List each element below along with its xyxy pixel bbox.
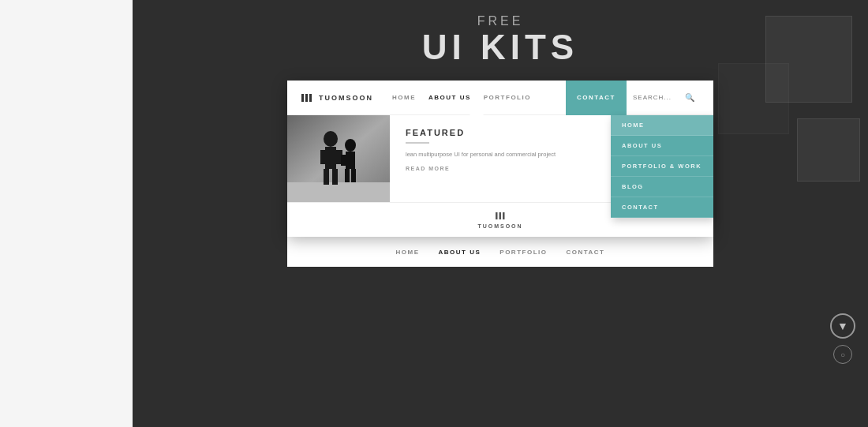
nav-link-portfolio[interactable]: PORTFOLIO (484, 94, 531, 101)
scroll-down-icon[interactable]: ▼ (830, 313, 855, 339)
dropdown-item-portfolio[interactable]: PORTFOLIO & WORK (611, 156, 713, 177)
svg-rect-17 (348, 155, 354, 166)
read-more-link[interactable]: READ MORE (406, 166, 556, 171)
header-free-label: FREE (422, 14, 578, 28)
svg-rect-5 (287, 182, 390, 202)
svg-rect-15 (351, 169, 356, 182)
right-icons: ▼ ○ (830, 313, 855, 364)
cards-wrapper: TUOMSOON HOME ABOUT US PORTFOLIO CONTACT… (287, 81, 713, 267)
svg-rect-20 (503, 212, 505, 219)
featured-title: FEATURED (406, 128, 556, 137)
svg-rect-1 (305, 94, 308, 102)
svg-rect-8 (324, 169, 329, 185)
content-arrow (469, 108, 485, 116)
svg-rect-2 (309, 94, 312, 102)
featured-divider (406, 142, 429, 144)
nav-logo: TUOMSOON (300, 91, 373, 105)
svg-rect-7 (325, 147, 336, 169)
footer-logo-icon (495, 211, 506, 222)
logo-icon (300, 91, 314, 105)
svg-point-12 (345, 139, 356, 152)
dropdown-item-home[interactable]: HOME (611, 115, 713, 136)
svg-rect-14 (345, 169, 350, 182)
svg-rect-16 (341, 155, 346, 166)
nav-link-about[interactable]: ABOUT US (428, 94, 471, 101)
footer-logo-text: TUOMSOON (477, 223, 522, 229)
featured-text: FEATURED lean multipurpose UI for person… (390, 115, 571, 202)
nav-links: HOME ABOUT US PORTFOLIO (392, 94, 531, 101)
bottom-nav-about[interactable]: ABOUT US (439, 249, 481, 256)
dropdown-menu: HOME ABOUT US PORTFOLIO & WORK BLOG CONT… (611, 115, 713, 218)
featured-image-inner (287, 115, 390, 202)
bottom-nav-portfolio[interactable]: PORTFOLIO (499, 249, 547, 256)
svg-rect-9 (332, 169, 338, 185)
dropdown-item-about[interactable]: ABOUT US (611, 136, 713, 156)
search-area: 🔍 (627, 93, 701, 102)
featured-description: lean multipurpose UI for personal and co… (406, 150, 556, 159)
svg-rect-18 (496, 212, 498, 219)
search-input[interactable] (633, 94, 680, 101)
search-icon[interactable]: 🔍 (685, 93, 694, 102)
contact-button[interactable]: CONTACT (566, 81, 627, 115)
dropdown-item-blog[interactable]: BLOG (611, 177, 713, 197)
left-strip (0, 0, 133, 427)
user-icon[interactable]: ○ (833, 345, 852, 364)
featured-image-svg (287, 115, 390, 202)
bottom-nav-home[interactable]: HOME (396, 249, 420, 256)
svg-point-6 (324, 131, 338, 147)
featured-image (287, 115, 390, 202)
main-content: FREE UI KITS TUOMSOON HOME (133, 0, 868, 427)
nav-bar: TUOMSOON HOME ABOUT US PORTFOLIO CONTACT… (287, 81, 713, 115)
svg-rect-10 (320, 150, 327, 164)
page-title: UI KITS (422, 28, 578, 66)
bottom-nav: HOME ABOUT US PORTFOLIO CONTACT (287, 237, 713, 267)
nav-link-home[interactable]: HOME (392, 94, 416, 101)
dropdown-item-contact[interactable]: CONTACT (611, 197, 713, 218)
demo-card: TUOMSOON HOME ABOUT US PORTFOLIO CONTACT… (287, 81, 713, 237)
header-section: FREE UI KITS (422, 14, 578, 66)
bottom-nav-contact[interactable]: CONTACT (566, 249, 604, 256)
svg-rect-0 (301, 94, 304, 102)
svg-rect-19 (499, 212, 502, 219)
nav-logo-text: TUOMSOON (319, 94, 373, 102)
